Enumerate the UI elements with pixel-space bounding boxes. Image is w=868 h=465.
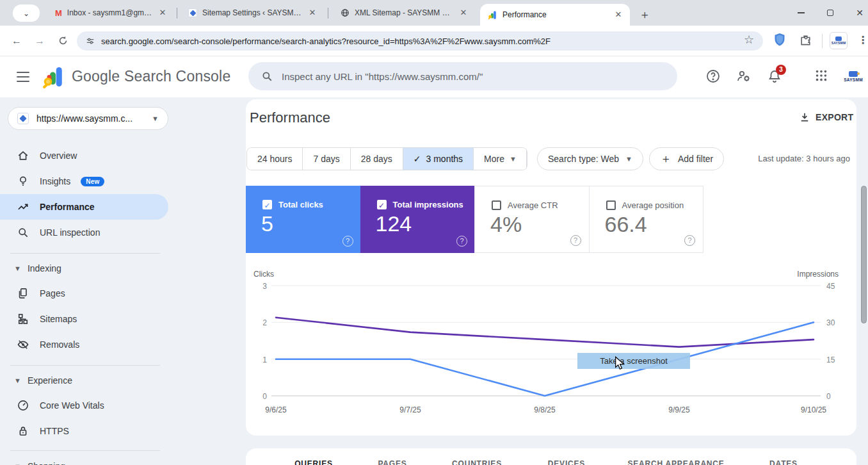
x-tick: 9/8/25	[522, 405, 567, 414]
saysmm-logo	[835, 37, 842, 41]
range-more[interactable]: More ▼	[474, 148, 527, 170]
search-icon	[261, 70, 273, 82]
range-24-hours[interactable]: 24 hours	[247, 148, 303, 170]
search-console-logo	[42, 65, 65, 89]
extensions-puzzle-icon[interactable]	[798, 32, 813, 47]
range-3-months-selected[interactable]: ✓ 3 months	[403, 148, 474, 170]
export-button[interactable]: EXPORT	[799, 111, 853, 123]
y-tick: 45	[826, 282, 846, 291]
page-scrollbar[interactable]	[861, 186, 867, 323]
google-apps-grid-icon[interactable]	[814, 69, 830, 84]
tab-devices[interactable]: DEVICES	[548, 459, 585, 465]
property-selector[interactable]: https://www.saysmm.c... ▼	[8, 107, 168, 130]
close-icon[interactable]: ✕	[307, 8, 317, 18]
card-average-ctr[interactable]: Average CTR 4% ?	[474, 186, 590, 253]
help-icon[interactable]	[705, 69, 721, 84]
tab-search-appearance[interactable]: SEARCH APPEARANCE	[627, 459, 724, 465]
sidebar-item-core-web-vitals[interactable]: Core Web Vitals	[0, 393, 168, 418]
account-avatar[interactable]: SAYSMM	[841, 66, 865, 86]
checkbox-checked[interactable]: ✓	[262, 200, 272, 209]
sitemap-icon	[17, 313, 29, 325]
sidebar-item-performance[interactable]: Performance	[0, 194, 168, 220]
reload-button[interactable]	[55, 33, 70, 49]
sidebar-section-experience[interactable]: ▼ Experience	[0, 371, 168, 390]
tab-search-button[interactable]: ⌄	[13, 4, 40, 22]
url-inspect-search[interactable]: Inspect any URL in "https://www.saysmm.c…	[248, 62, 677, 90]
restore-icon	[827, 10, 833, 16]
checkbox-unchecked[interactable]	[606, 200, 616, 210]
app-title: Google Search Console	[72, 68, 230, 85]
help-icon[interactable]: ?	[456, 236, 467, 247]
window-close-button[interactable]: ✕	[845, 0, 868, 26]
toolbar-separator	[822, 34, 823, 48]
date-range-filter: 24 hours 7 days 28 days ✓ 3 months More …	[246, 147, 527, 170]
tab-queries[interactable]: QUERIES	[294, 459, 333, 465]
sidebar-item-sitemaps[interactable]: Sitemaps	[0, 306, 168, 332]
checkbox-unchecked[interactable]	[492, 200, 501, 210]
tab-dates[interactable]: DATES	[769, 459, 798, 465]
new-tab-button[interactable]: ＋	[636, 6, 653, 23]
mouse-cursor	[614, 356, 627, 370]
bookmark-star-icon[interactable]: ☆	[741, 32, 757, 47]
chevron-down-icon: ▼	[14, 265, 21, 272]
range-7-days[interactable]: 7 days	[303, 148, 350, 170]
browser-menu-icon[interactable]: ⋮	[855, 32, 868, 47]
browser-profile-avatar[interactable]: SAYSMM	[830, 32, 848, 49]
tab-countries[interactable]: COUNTRIES	[452, 459, 502, 465]
window-minimize-button[interactable]	[786, 0, 816, 26]
sidebar-item-url-inspection[interactable]: URL inspection	[0, 220, 168, 245]
range-28-days[interactable]: 28 days	[351, 148, 403, 170]
chevron-down-icon: ▼	[152, 115, 159, 122]
y-tick: 0	[252, 392, 267, 401]
browser-tab-gmail[interactable]: M Inbox - saysmm1@gmail.com - ✕	[47, 0, 174, 26]
y-tick: 30	[826, 318, 846, 327]
main-menu-hamburger[interactable]	[15, 69, 31, 84]
take-a-screenshot-overlay[interactable]: Take a screenshot	[577, 353, 690, 369]
gmail-icon: M	[55, 8, 62, 18]
card-total-impressions[interactable]: ✓ Total impressions 124 ?	[360, 186, 476, 253]
plus-icon: ＋	[660, 151, 671, 167]
window-restore-button[interactable]	[816, 0, 845, 26]
shield-extension-icon[interactable]	[772, 32, 787, 47]
card-total-clicks[interactable]: ✓ Total clicks 5 ?	[246, 186, 361, 253]
tab-title: XML Sitemap - SAYSMM – Trus	[355, 8, 453, 17]
help-icon[interactable]: ?	[684, 235, 695, 246]
search-type-filter[interactable]: Search type: Web ▼	[537, 147, 643, 170]
close-icon[interactable]: ✕	[157, 8, 168, 18]
x-tick: 9/6/25	[253, 405, 298, 414]
y-tick: 15	[826, 355, 846, 364]
sidebar-item-pages[interactable]: Pages	[0, 281, 168, 306]
checkbox-checked[interactable]: ✓	[377, 200, 387, 209]
tab-title: Sitemap Settings ‹ SAYSMM – T	[202, 8, 302, 17]
close-icon[interactable]: ✕	[458, 8, 469, 18]
performance-line-chart[interactable]	[246, 257, 856, 427]
sidebar-item-https[interactable]: HTTPS	[0, 418, 168, 444]
browser-tab-xml-sitemap[interactable]: XML Sitemap - SAYSMM – Trus ✕	[333, 0, 475, 26]
total-impressions-value: 124	[376, 211, 412, 236]
url-bar[interactable]: search.google.com/search-console/perform…	[77, 31, 763, 51]
last-update-text: Last update: 3 hours ago	[722, 154, 850, 163]
sidebar-section-shopping[interactable]: ▼ Shopping	[0, 457, 168, 465]
sidebar-item-removals[interactable]: Removals	[0, 332, 168, 357]
browser-tab-sitemap-settings[interactable]: Sitemap Settings ‹ SAYSMM – T ✕	[181, 0, 324, 26]
manage-users-icon[interactable]	[736, 69, 751, 84]
lock-icon	[17, 425, 29, 437]
sidebar-item-overview[interactable]: Overview	[0, 143, 168, 168]
forward-button[interactable]: →	[32, 33, 47, 49]
x-tick: 9/7/25	[388, 405, 433, 414]
browser-tab-performance-active[interactable]: Performance ✕	[480, 4, 630, 26]
sidebar-section-indexing[interactable]: ▼ Indexing	[0, 259, 168, 278]
help-icon[interactable]: ?	[570, 235, 581, 246]
tune-icon[interactable]	[86, 37, 95, 45]
plugin-icon	[188, 8, 197, 17]
card-average-position[interactable]: Average position 66.4 ?	[589, 186, 704, 253]
help-icon[interactable]: ?	[342, 236, 353, 247]
average-position-value: 66.4	[605, 212, 647, 237]
right-axis-title: Impressions	[787, 270, 839, 279]
sidebar-item-insights[interactable]: Insights New	[0, 168, 168, 194]
add-filter-button[interactable]: ＋ Add filter	[649, 147, 724, 170]
close-icon[interactable]: ✕	[613, 10, 623, 20]
minimize-icon	[798, 12, 805, 13]
tab-pages[interactable]: PAGES	[378, 459, 406, 465]
back-button[interactable]: ←	[9, 33, 24, 49]
